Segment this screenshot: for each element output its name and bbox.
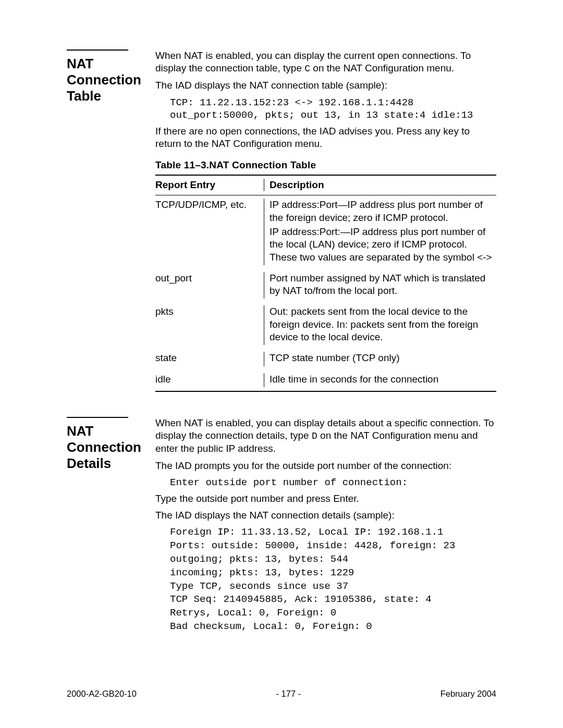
code-line: Retrys, Local: 0, Foreign: 0: [170, 607, 336, 619]
table-header-entry: Report Entry: [155, 179, 264, 191]
table-number: Table 11–3.: [155, 159, 209, 170]
table-row: state TCP state number (TCP only): [155, 349, 496, 369]
table-cell-entry: TCP/UDP/ICMP, etc.: [155, 199, 264, 265]
code-line: TCP Seq: 2140945885, Ack: 19105386, stat…: [170, 594, 432, 605]
code-block: TCP: 11.22.13.152:23 <-> 192.168.1.1:442…: [170, 96, 496, 122]
inline-code: D: [312, 431, 317, 441]
table-cell-entry: idle: [155, 373, 264, 387]
code-block: Foreign IP: 11.33.13.52, Local IP: 192.1…: [170, 526, 496, 634]
code-line: Type TCP, seconds since use 37: [170, 581, 348, 592]
page-footer: 2000-A2-GB20-10 - 177 - February 2004: [0, 688, 563, 699]
section-nat-connection-table: NAT Connection Table When NAT is enabled…: [67, 50, 496, 392]
paragraph: Type the outside port number and press E…: [155, 492, 496, 505]
table-row: out_port Port number assigned by NAT whi…: [155, 269, 496, 303]
text: Out: packets sent from the local device …: [270, 305, 496, 343]
code-line: incoming; pkts: 13, bytes: 1229: [170, 567, 354, 578]
inline-code: C: [304, 64, 310, 74]
table-row: idle Idle time in seconds for the connec…: [155, 370, 496, 391]
code-block: Enter outside port number of connection:: [170, 476, 496, 489]
code-line: out_port:50000, pkts; out 13, in 13 stat…: [170, 109, 473, 121]
section-nat-connection-details: NAT Connection Details When NAT is enabl…: [67, 417, 496, 637]
text: IP address:Port—IP address plus port num…: [270, 199, 496, 224]
table-row: pkts Out: packets sent from the local de…: [155, 302, 496, 349]
paragraph: When NAT is enabled, you can display the…: [155, 50, 496, 75]
code-line: Bad checksum, Local: 0, Foreign: 0: [170, 621, 372, 632]
main-column: When NAT is enabled, you can display det…: [155, 417, 496, 637]
section-heading: NAT Connection Details: [67, 423, 152, 472]
code-line: Ports: outside: 50000, inside: 4428, for…: [170, 540, 455, 551]
side-rule: [67, 50, 128, 51]
text: IP address:Port:—IP address plus port nu…: [270, 226, 496, 264]
section-heading: NAT Connection Table: [67, 56, 152, 105]
paragraph: The IAD prompts you for the outside port…: [155, 460, 496, 472]
code-line: Enter outside port number of connection:: [170, 477, 408, 488]
table-cell-entry: pkts: [155, 305, 264, 345]
side-rule: [67, 417, 128, 418]
table-caption: Table 11–3.NAT Connection Table: [155, 159, 496, 171]
table-cell-description: Port number assigned by NAT which is tra…: [264, 272, 496, 299]
table-cell-description: Out: packets sent from the local device …: [264, 305, 496, 345]
text: Idle time in seconds for the connection: [270, 373, 496, 386]
code-line: TCP: 11.22.13.152:23 <-> 192.168.1.1:442…: [170, 97, 413, 108]
document-page: NAT Connection Table When NAT is enabled…: [0, 0, 563, 728]
text: on the NAT Configuration menu.: [310, 63, 454, 73]
nat-connection-table: Report Entry Description TCP/UDP/ICMP, e…: [155, 175, 496, 392]
main-column: When NAT is enabled, you can display the…: [155, 50, 496, 392]
footer-doc-id: 2000-A2-GB20-10: [67, 688, 137, 699]
table-cell-entry: state: [155, 352, 264, 366]
code-line: outgoing; pkts: 13, bytes: 544: [170, 553, 348, 565]
paragraph: If there are no open connections, the IA…: [155, 125, 496, 151]
table-cell-description: IP address:Port—IP address plus port num…: [264, 199, 496, 265]
table-cell-description: Idle time in seconds for the connection: [264, 373, 496, 387]
footer-date: February 2004: [440, 688, 496, 699]
paragraph: The IAD displays the NAT connection tabl…: [155, 79, 496, 92]
table-row: TCP/UDP/ICMP, etc. IP address:Port—IP ad…: [155, 195, 496, 269]
code-line: Foreign IP: 11.33.13.52, Local IP: 192.1…: [170, 526, 444, 538]
table-cell-entry: out_port: [155, 272, 264, 299]
paragraph: The IAD displays the NAT connection deta…: [155, 509, 496, 522]
footer-page-number: - 177 -: [276, 688, 301, 699]
sidebar-column: NAT Connection Details: [67, 417, 152, 637]
sidebar-column: NAT Connection Table: [67, 50, 152, 392]
table-title: NAT Connection Table: [209, 159, 316, 170]
text: TCP state number (TCP only): [270, 352, 496, 364]
table-header-row: Report Entry Description: [155, 176, 496, 195]
paragraph: When NAT is enabled, you can display det…: [155, 417, 496, 455]
table-cell-description: TCP state number (TCP only): [264, 352, 496, 366]
table-header-description: Description: [264, 179, 496, 191]
text: Port number assigned by NAT which is tra…: [270, 272, 496, 298]
